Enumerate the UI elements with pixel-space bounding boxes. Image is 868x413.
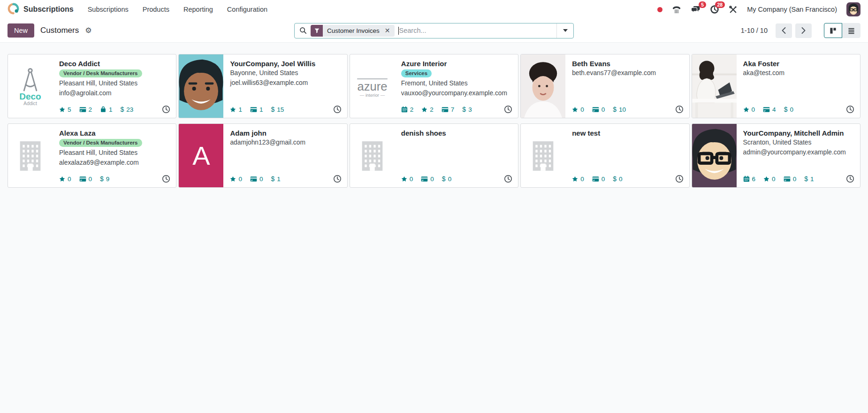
customer-card[interactable]: Alexa Laza Vendor / Desk Manufacturers P… <box>8 123 176 188</box>
stat-revenue[interactable]: $23 <box>121 106 134 113</box>
new-button[interactable]: New <box>8 23 34 38</box>
pager-next-button[interactable] <box>795 23 812 38</box>
activity-clock-icon[interactable] <box>846 105 854 114</box>
messages-badge: 5 <box>699 1 706 8</box>
activity-clock-icon[interactable] <box>675 105 684 114</box>
activity-clock-icon[interactable] <box>504 175 512 183</box>
customer-name: Adam john <box>230 129 341 138</box>
activity-clock-icon[interactable] <box>162 105 170 114</box>
voip-phone-icon[interactable] <box>672 5 681 14</box>
activity-clock-icon[interactable] <box>162 175 170 183</box>
stat-invoice[interactable]: 0 <box>784 176 797 183</box>
search-options-toggle[interactable] <box>556 23 573 38</box>
stat-revenue[interactable]: $0 <box>613 175 622 183</box>
customer-card[interactable]: Beth Evans beth.evans77@example.com 00$1… <box>520 54 689 118</box>
stat-invoice[interactable]: 2 <box>79 106 92 113</box>
customer-avatar <box>179 54 223 118</box>
menu-subscriptions[interactable]: Subscriptions <box>88 6 129 13</box>
stat-star[interactable]: 0 <box>230 176 242 183</box>
stat-star[interactable]: 0 <box>59 176 71 183</box>
stat-invoice[interactable]: 0 <box>79 176 92 183</box>
customer-card[interactable]: DecoAddict Deco Addict Vendor / Desk Man… <box>8 54 176 118</box>
activity-clock-icon[interactable] <box>675 175 684 183</box>
activities-icon[interactable]: 28 <box>710 5 719 14</box>
customer-email: aka@test.com <box>743 68 854 78</box>
debug-tools-icon[interactable] <box>729 5 738 14</box>
customer-card[interactable]: A Adam john adamjohn123@gmail.com 00$1 <box>178 123 347 188</box>
customer-city: Fremont, United States <box>401 78 512 88</box>
stat-invoice[interactable]: 0 <box>250 176 263 183</box>
customer-stats-row: 00$9 <box>59 175 170 183</box>
customer-stats-row: 00$0 <box>401 175 512 183</box>
stat-revenue[interactable]: $1 <box>804 175 814 183</box>
user-avatar[interactable] <box>846 2 860 16</box>
kanban-grid: DecoAddict Deco Addict Vendor / Desk Man… <box>8 54 860 188</box>
view-settings-gear-icon[interactable]: ⚙ <box>85 27 91 34</box>
stat-revenue[interactable]: $0 <box>784 106 793 113</box>
stat-star[interactable]: 0 <box>743 106 755 113</box>
stat-star[interactable]: 0 <box>572 106 584 113</box>
customer-card[interactable]: new test 00$0 <box>520 123 689 188</box>
customer-name: YourCompany, Mitchell Admin <box>743 129 854 138</box>
messages-icon[interactable]: 5 <box>691 5 700 14</box>
stat-invoice[interactable]: 0 <box>421 176 434 183</box>
customer-email: admin@yourcompany.example.com <box>743 147 854 157</box>
stat-revenue[interactable]: $0 <box>442 175 451 183</box>
menu-configuration[interactable]: Configuration <box>227 6 267 13</box>
stat-bag[interactable]: 1 <box>100 106 113 113</box>
customer-avatar <box>521 124 565 187</box>
pager-previous-button[interactable] <box>776 23 792 38</box>
star-icon <box>59 176 65 182</box>
activity-clock-icon[interactable] <box>333 105 342 114</box>
customer-card[interactable]: YourCompany, Mitchell Admin Scranton, Un… <box>692 123 860 188</box>
stat-calendar[interactable]: 6 <box>743 176 756 183</box>
customer-avatar <box>350 124 395 187</box>
presence-dot-icon <box>657 7 662 12</box>
stat-invoice[interactable]: 1 <box>250 106 263 113</box>
menu-reporting[interactable]: Reporting <box>183 6 213 13</box>
stat-revenue[interactable]: $15 <box>271 106 284 113</box>
menu-products[interactable]: Products <box>143 6 169 13</box>
activity-clock-icon[interactable] <box>846 175 854 183</box>
stat-star[interactable]: 0 <box>763 176 776 183</box>
customer-email: joel.willis63@example.com <box>230 78 341 88</box>
stat-star[interactable]: 5 <box>59 106 71 113</box>
customer-avatar: azure— interior — <box>350 54 395 118</box>
customer-stats-row: 227$3 <box>401 105 512 114</box>
stat-invoice[interactable]: 7 <box>442 106 455 113</box>
facet-remove-icon[interactable]: ✕ <box>384 25 395 37</box>
dollar-icon: $ <box>613 175 617 183</box>
activity-clock-icon[interactable] <box>333 175 342 183</box>
stat-star[interactable]: 1 <box>230 106 242 113</box>
dollar-icon: $ <box>784 106 788 113</box>
stat-star[interactable]: 0 <box>572 176 584 183</box>
app-brand[interactable]: Subscriptions <box>8 3 74 16</box>
customer-card[interactable]: YourCompany, Joel Willis Bayonne, United… <box>178 54 347 118</box>
activity-clock-icon[interactable] <box>504 105 512 114</box>
stat-revenue[interactable]: $10 <box>613 106 626 113</box>
kanban-view: DecoAddict Deco Addict Vendor / Desk Man… <box>0 42 868 413</box>
app-name[interactable]: Subscriptions <box>23 5 74 14</box>
stat-revenue[interactable]: $3 <box>462 106 472 113</box>
stat-invoice[interactable]: 4 <box>763 106 776 113</box>
search-input[interactable] <box>399 27 556 34</box>
stat-invoice[interactable]: 0 <box>592 176 605 183</box>
list-view-button[interactable] <box>842 23 860 38</box>
stat-calendar[interactable]: 2 <box>401 106 414 113</box>
customer-card[interactable]: azure— interior — Azure Interior Service… <box>350 54 518 118</box>
customer-card[interactable]: denish shoes 00$0 <box>350 123 518 188</box>
stat-invoice[interactable]: 0 <box>592 106 605 113</box>
kanban-view-button[interactable] <box>824 23 842 38</box>
stat-star[interactable]: 2 <box>421 106 434 113</box>
search-bar[interactable]: Customer Invoices ✕ <box>294 23 574 38</box>
customer-tag: Services <box>401 69 432 77</box>
customer-card[interactable]: Aka Foster aka@test.com 04$0 <box>692 54 860 118</box>
activities-badge: 28 <box>715 1 725 8</box>
company-switcher[interactable]: My Company (San Francisco) <box>747 6 837 13</box>
customer-tag: Vendor / Desk Manufacturers <box>59 139 142 147</box>
dollar-icon: $ <box>462 106 466 113</box>
stat-revenue[interactable]: $9 <box>100 175 109 183</box>
customer-name: denish shoes <box>401 129 512 138</box>
stat-star[interactable]: 0 <box>401 176 413 183</box>
stat-revenue[interactable]: $1 <box>271 175 280 183</box>
